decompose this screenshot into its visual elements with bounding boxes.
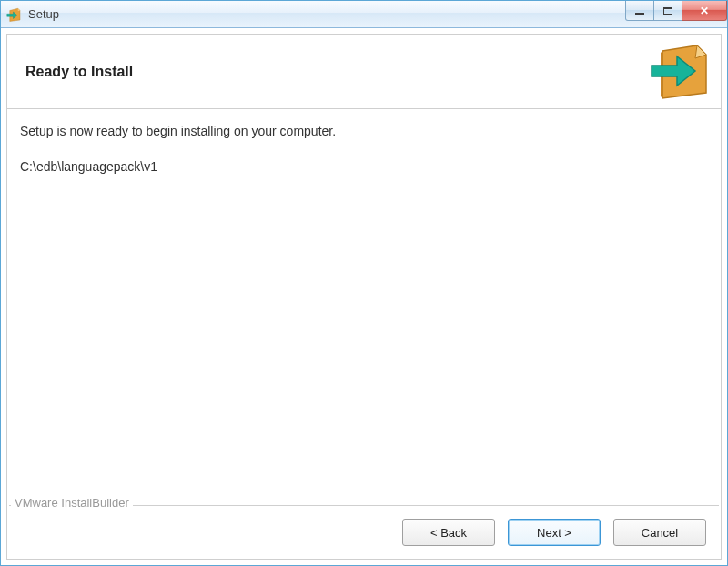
wizard-header: Ready to Install — [7, 35, 721, 109]
window-title: Setup — [28, 7, 59, 21]
cancel-button[interactable]: Cancel — [613, 519, 706, 546]
ready-message: Setup is now ready to begin installing o… — [20, 122, 708, 141]
maximize-button[interactable] — [653, 1, 682, 21]
button-row: < Back Next > Cancel — [7, 506, 721, 559]
brand-label: VMware InstallBuilder — [11, 496, 133, 510]
install-path: C:\edb\languagepack\v1 — [20, 157, 708, 177]
page-title: Ready to Install — [25, 64, 133, 80]
close-icon: ✕ — [700, 5, 709, 16]
maximize-icon — [663, 7, 672, 15]
app-icon — [6, 6, 23, 23]
back-button[interactable]: < Back — [402, 519, 495, 546]
minimize-button[interactable] — [625, 1, 654, 21]
setup-window: Setup ✕ Ready to Install Set — [0, 0, 728, 566]
titlebar[interactable]: Setup ✕ — [1, 1, 727, 28]
next-button[interactable]: Next > — [508, 519, 601, 546]
client-area: Ready to Install Setup is now ready to b… — [1, 28, 727, 565]
box-arrow-icon — [650, 42, 712, 100]
minimize-icon — [635, 13, 644, 15]
wizard-panel: Ready to Install Setup is now ready to b… — [6, 34, 722, 560]
footer: VMware InstallBuilder < Back Next > Canc… — [7, 505, 721, 559]
content-area: Setup is now ready to begin installing o… — [7, 109, 721, 505]
close-button[interactable]: ✕ — [682, 1, 727, 21]
window-controls: ✕ — [626, 1, 727, 21]
